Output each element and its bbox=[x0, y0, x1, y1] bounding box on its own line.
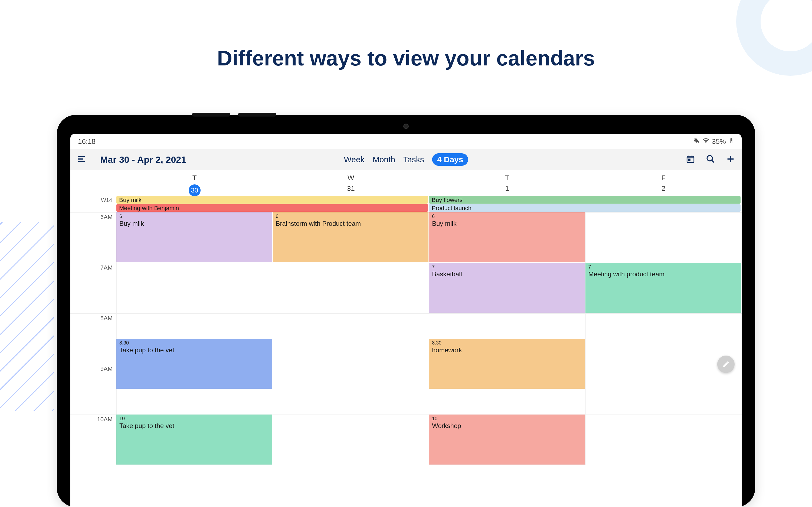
hour-label: 6AM bbox=[70, 213, 116, 263]
allday-event[interactable]: Buy milk bbox=[116, 196, 428, 204]
grid-cell[interactable] bbox=[586, 415, 742, 465]
day-col-1[interactable]: W 31 bbox=[273, 170, 429, 196]
event-title: Workshop bbox=[432, 422, 461, 430]
calendar-event[interactable]: 7Meeting with product team bbox=[586, 263, 741, 313]
event-time: 7 bbox=[432, 264, 582, 270]
calendar-event[interactable]: 8:30Take pup to the vet bbox=[116, 339, 272, 389]
calendar-event[interactable]: 7Basketball bbox=[429, 263, 585, 313]
tablet-frame: 16:18 35% Mar 30 - Apr 2, 2021 Week bbox=[57, 115, 755, 507]
search-icon[interactable] bbox=[706, 154, 715, 165]
allday-section: W14 Buy milkBuy flowersMeeting with Benj… bbox=[70, 196, 742, 212]
day-letter: T bbox=[116, 174, 273, 182]
event-time: 8:30 bbox=[119, 340, 269, 346]
toolbar: Mar 30 - Apr 2, 2021 Week Month Tasks 4 … bbox=[70, 149, 742, 170]
grid-cell[interactable] bbox=[116, 263, 273, 314]
grid-cell[interactable] bbox=[586, 314, 742, 364]
event-title: Buy milk bbox=[432, 220, 457, 227]
event-time: 6 bbox=[432, 214, 582, 219]
day-col-3[interactable]: F 2 bbox=[586, 170, 742, 196]
add-icon[interactable] bbox=[726, 154, 735, 165]
decorative-stripes bbox=[0, 222, 54, 411]
date-range[interactable]: Mar 30 - Apr 2, 2021 bbox=[100, 154, 186, 165]
grid-cell[interactable] bbox=[273, 364, 429, 414]
day-number: 1 bbox=[429, 184, 586, 193]
svg-point-2 bbox=[707, 156, 712, 161]
calendar-event[interactable]: 6Buy milk bbox=[429, 212, 585, 262]
tablet-camera bbox=[403, 124, 409, 129]
screen: 16:18 35% Mar 30 - Apr 2, 2021 Week bbox=[70, 134, 742, 507]
day-col-0[interactable]: T 30 bbox=[116, 170, 273, 196]
hour-label: 8AM bbox=[70, 314, 116, 364]
calendar-event[interactable]: 10Take pup to the vet bbox=[116, 414, 272, 464]
view-month[interactable]: Month bbox=[373, 155, 395, 164]
today-icon[interactable] bbox=[686, 154, 695, 165]
event-time: 6 bbox=[119, 214, 269, 219]
event-time: 10 bbox=[119, 416, 269, 421]
day-letter: T bbox=[429, 174, 586, 182]
event-time: 8:30 bbox=[432, 340, 582, 346]
day-number: 31 bbox=[273, 184, 429, 193]
grid-cell[interactable] bbox=[273, 263, 429, 314]
edit-fab[interactable] bbox=[717, 355, 734, 373]
hour-label: 7AM bbox=[70, 263, 116, 314]
statusbar: 16:18 35% bbox=[70, 134, 742, 149]
calendar-event[interactable]: 10Workshop bbox=[429, 414, 585, 464]
event-title: homework bbox=[432, 346, 462, 354]
calendar-event[interactable]: 6Brainstorm with Product team bbox=[273, 212, 429, 262]
view-week[interactable]: Week bbox=[344, 155, 365, 164]
calendar-event[interactable]: 8:30homework bbox=[429, 339, 585, 389]
statusbar-time: 16:18 bbox=[78, 137, 96, 146]
view-4days[interactable]: 4 Days bbox=[432, 153, 468, 166]
day-letter: W bbox=[273, 174, 429, 182]
view-switcher: Week Month Tasks 4 Days bbox=[344, 153, 468, 166]
allday-event[interactable]: Buy flowers bbox=[429, 196, 741, 204]
time-grid: 6AM7AM8AM9AM10AM6Buy milk6Brainstorm wit… bbox=[70, 212, 742, 465]
event-title: Basketball bbox=[432, 270, 462, 278]
event-time: 7 bbox=[589, 264, 739, 270]
svg-rect-1 bbox=[689, 159, 690, 161]
hour-label: 9AM bbox=[70, 364, 116, 414]
battery-icon bbox=[729, 137, 734, 146]
battery-label: 35% bbox=[712, 137, 726, 146]
grid-cell[interactable] bbox=[586, 364, 742, 414]
grid-cell[interactable] bbox=[273, 314, 429, 364]
event-title: Brainstorm with Product team bbox=[276, 220, 361, 227]
mute-icon bbox=[694, 137, 700, 146]
event-title: Take pup to the vet bbox=[119, 346, 174, 354]
day-number-today: 30 bbox=[189, 184, 201, 196]
event-time: 10 bbox=[432, 416, 582, 421]
event-title: Buy milk bbox=[119, 220, 144, 227]
days-header: T 30 W 31 T 1 F 2 bbox=[70, 170, 742, 196]
day-number: 2 bbox=[586, 184, 742, 193]
allday-event[interactable]: Product launch bbox=[429, 204, 741, 212]
day-letter: F bbox=[586, 174, 742, 182]
view-tasks[interactable]: Tasks bbox=[403, 155, 424, 164]
page-title: Different ways to view your calendars bbox=[0, 46, 812, 70]
event-title: Meeting with product team bbox=[589, 270, 664, 278]
menu-icon[interactable] bbox=[77, 154, 86, 165]
calendar-event[interactable]: 6Buy milk bbox=[116, 212, 272, 262]
grid-cell[interactable] bbox=[586, 213, 742, 263]
allday-event[interactable]: Meeting with Benjamin bbox=[116, 204, 428, 212]
grid-cell[interactable] bbox=[273, 415, 429, 465]
wifi-icon bbox=[703, 137, 709, 146]
hour-label: 10AM bbox=[70, 415, 116, 465]
day-col-2[interactable]: T 1 bbox=[429, 170, 586, 196]
event-time: 6 bbox=[276, 214, 426, 219]
event-title: Take pup to the vet bbox=[119, 422, 174, 430]
week-number: W14 bbox=[70, 196, 116, 212]
